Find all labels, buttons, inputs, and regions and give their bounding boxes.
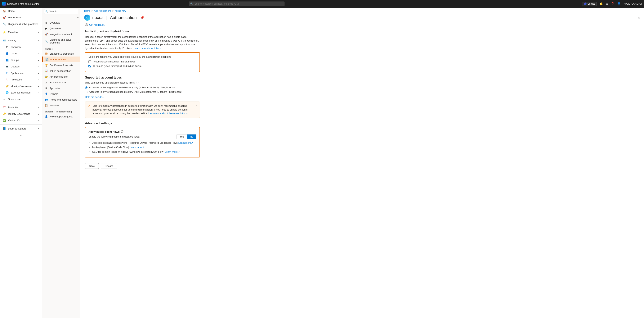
search-input[interactable] xyxy=(189,2,284,6)
app-nav-sidebar: 🔍 « ⊞ Overview ▶ Quickstart 🚀 Integratio… xyxy=(42,8,80,318)
help-icon[interactable]: ❓ xyxy=(611,2,614,6)
app-nav-manifest[interactable]: 📋 Manifest xyxy=(42,103,80,108)
identity-chevron: ∧ xyxy=(38,39,39,42)
app-nav-quickstart[interactable]: ▶ Quickstart xyxy=(42,26,80,31)
toggle-no-button[interactable]: No xyxy=(187,134,196,139)
app-nav-integration-assistant[interactable]: 🚀 Integration assistant xyxy=(42,31,80,37)
app-sidebar-collapse-button[interactable]: « xyxy=(42,15,80,20)
feedback-icon: 💬 xyxy=(85,23,88,26)
app-nav-certificates-label: Certificates & secrets xyxy=(50,64,73,67)
restrictions-link[interactable]: Learn more about these restrictions. xyxy=(148,112,188,115)
sidebar-item-external-identities[interactable]: 🌐 External Identities ∨ xyxy=(0,89,42,96)
person-icon[interactable]: 👤 xyxy=(617,2,621,6)
identity-governance-chevron: ∨ xyxy=(38,85,39,87)
breadcrumb-nexus-new[interactable]: nexus-new xyxy=(115,10,126,12)
verified-id-icon: ✅ xyxy=(3,119,6,122)
divider-4 xyxy=(0,124,42,125)
enable-flows-row: Enable the following mobile and desktop … xyxy=(88,134,196,139)
sidebar-item-groups[interactable]: 👥 Groups ∨ xyxy=(0,57,42,63)
sidebar-item-show-more[interactable]: ··· Show more xyxy=(0,96,42,102)
copilot-button[interactable]: Copilot xyxy=(582,2,597,6)
app-nav-token-config[interactable]: 📊 Token configuration xyxy=(42,68,80,74)
copilot-icon xyxy=(584,3,586,5)
sidebar-item-diagnose[interactable]: 🔧 Diagnose & solve problems xyxy=(0,21,42,27)
app-nav-branding[interactable]: 🎨 Branding & properties xyxy=(42,51,80,57)
sidebar-collapse-button[interactable]: « xyxy=(1,133,41,138)
identity-icon: 🪪 xyxy=(3,39,6,42)
sidebar-item-favorites[interactable]: ⭐ Favorites ∨ xyxy=(0,29,42,36)
sidebar-item-protection2[interactable]: 🛡 Protection ∨ xyxy=(0,104,42,111)
sidebar-item-identity-governance2[interactable]: 🔑 Identity Governance ∨ xyxy=(0,111,42,117)
app-nav-manifest-icon: 📋 xyxy=(45,104,48,107)
nexus-app-icon: ↻ xyxy=(84,15,90,21)
sidebar-item-protection2-label: Protection xyxy=(8,106,19,109)
id-tokens-checkbox[interactable] xyxy=(88,65,91,68)
single-tenant-radio[interactable] xyxy=(85,86,88,89)
pin-icon[interactable]: 📌 xyxy=(140,16,144,19)
app-nav-roles-admins[interactable]: 👥 Roles and administrators xyxy=(42,97,80,103)
protection-chevron: ∨ xyxy=(38,78,39,81)
toggle-yes-button[interactable]: Yes xyxy=(177,134,187,139)
app-nav-app-roles[interactable]: ⊞ App roles xyxy=(42,85,80,91)
sidebar-item-devices[interactable]: 💻 Devices ∨ xyxy=(0,63,42,70)
app-nav-authentication[interactable]: 🔄 Authentication xyxy=(42,57,80,62)
access-tokens-checkbox[interactable] xyxy=(88,60,91,63)
app-nav-overview[interactable]: ⊞ Overview xyxy=(42,20,80,26)
sidebar-item-protection[interactable]: 🛡 Protection ∨ xyxy=(0,76,42,83)
allow-public-flows-title: Allow public client flows ⓘ xyxy=(88,130,196,134)
page-header-actions: 📌 ··· xyxy=(140,16,149,19)
username: KUBEROCKETCI xyxy=(624,3,642,5)
sidebar-item-learn-support[interactable]: 📘 Learn & support ∧ xyxy=(0,125,42,132)
app-nav-new-support[interactable]: 👤 New support request xyxy=(42,114,80,119)
multi-tenant-radio[interactable] xyxy=(85,91,88,93)
flow-2-learn-more-link[interactable]: Learn more↗ xyxy=(130,146,144,149)
app-nav-api-permissions[interactable]: 🔐 API permissions xyxy=(42,74,80,80)
app-search-input[interactable] xyxy=(44,9,78,14)
bell-icon[interactable]: 🔔 xyxy=(600,2,603,6)
id-tokens-row: ID tokens (used for implicit and hybrid … xyxy=(88,65,196,68)
sidebar-item-groups-label: Groups xyxy=(11,59,19,62)
allow-public-info-icon[interactable]: ⓘ xyxy=(121,130,123,134)
app-nav-certificates-icon: 🏆 xyxy=(45,64,48,67)
sidebar-item-overview[interactable]: ⊞ Overview xyxy=(0,44,42,50)
app-nav-api-permissions-label: API permissions xyxy=(50,75,68,78)
learn-more-tokens-link[interactable]: Learn more about tokens. xyxy=(134,47,162,50)
app-nav-authentication-label: Authentication xyxy=(50,58,66,61)
sidebar-item-verified-id[interactable]: ✅ Verified ID ∨ xyxy=(0,117,42,124)
main-layout: 🏠 Home 🚀 What's new 🔧 Diagnose & solve p… xyxy=(0,8,644,318)
sidebar-item-users[interactable]: 👤 Users ∨ xyxy=(0,50,42,57)
devices-icon: 💻 xyxy=(5,65,9,68)
help-me-decide-link[interactable]: Help me decide... xyxy=(85,96,104,99)
app-nav-branding-icon: 🎨 xyxy=(45,52,48,55)
sidebar-item-applications[interactable]: ⬡ Applications ∨ xyxy=(0,70,42,76)
close-button[interactable]: ✕ xyxy=(638,16,640,20)
app-name: Microsoft Entra admin center xyxy=(7,3,39,5)
multi-tenant-row: Accounts in any organizational directory… xyxy=(85,90,640,93)
breadcrumb-app-registrations[interactable]: App registrations xyxy=(94,10,111,12)
sidebar-item-whats-new[interactable]: 🚀 What's new xyxy=(0,14,42,21)
app-nav-owners[interactable]: 👤 Owners xyxy=(42,91,80,97)
app-nav-token-label: Token configuration xyxy=(50,70,71,72)
groups-chevron: ∨ xyxy=(38,59,39,61)
app-nav-certificates[interactable]: 🏆 Certificates & secrets xyxy=(42,62,80,68)
more-options-icon[interactable]: ··· xyxy=(147,16,149,19)
app-nav-overview-label: Overview xyxy=(50,21,60,24)
sidebar-item-identity[interactable]: 🪪 Identity ∧ xyxy=(0,37,42,44)
warning-close-button[interactable]: ✕ xyxy=(196,104,198,107)
flow-1-learn-more-link[interactable]: Learn more↗ xyxy=(178,141,193,144)
app-nav-integration-label: Integration assistant xyxy=(50,33,72,36)
feedback-text: Got feedback? xyxy=(89,23,106,26)
feedback-bar[interactable]: 💬 Got feedback? xyxy=(85,23,640,26)
external-identities-icon: 🌐 xyxy=(5,91,9,94)
app-nav-diagnose[interactable]: 🔧 Diagnose and solve problems xyxy=(42,37,80,45)
breadcrumb-home[interactable]: Home xyxy=(84,10,90,12)
app-nav-expose-api[interactable]: ☁ Expose an API xyxy=(42,80,80,85)
discard-button[interactable]: Discard xyxy=(101,163,117,169)
save-button[interactable]: Save xyxy=(85,163,99,169)
flow-3-learn-more-link[interactable]: Learn more↗ xyxy=(165,150,180,153)
sidebar-item-identity-governance[interactable]: 🔑 Identity Governance ∨ xyxy=(0,83,42,89)
users-chevron: ∨ xyxy=(38,52,39,55)
sidebar-item-home[interactable]: 🏠 Home xyxy=(0,8,42,14)
gear-icon[interactable]: ⚙ xyxy=(606,2,608,6)
access-tokens-row: Access tokens (used for implicit flows) xyxy=(88,60,196,63)
